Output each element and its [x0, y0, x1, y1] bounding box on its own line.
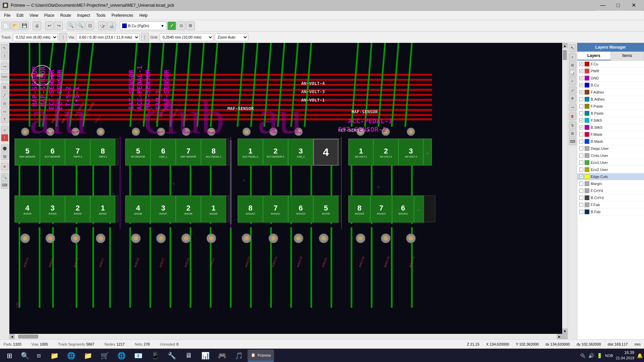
- print-button[interactable]: 🖨: [33, 21, 41, 30]
- pin-5-2[interactable]: 5 IAT-SENSOR: [125, 139, 151, 166]
- taskbar-app-files[interactable]: 📁: [80, 350, 96, 362]
- layer-checkbox-eco2-user[interactable]: [579, 168, 583, 172]
- copper-zone-tool[interactable]: ▤: [1, 153, 8, 160]
- new-file-button[interactable]: 📄: [1, 21, 10, 30]
- taskbar-app-game[interactable]: 🎮: [214, 350, 230, 362]
- pin-3-b2[interactable]: 3 AnOut7: [151, 196, 176, 223]
- taskbar-app-explorer[interactable]: 📁: [46, 350, 62, 362]
- board-statistics-button[interactable]: 📊: [569, 69, 576, 77]
- layer-item-dwgs-user[interactable]: Dwgs.User: [577, 145, 644, 152]
- flip-board-button[interactable]: ⇅: [569, 122, 576, 129]
- pin-7-b3[interactable]: 7 AnOut11: [263, 196, 288, 223]
- layer-item-eco1-user[interactable]: Eco1.User: [577, 159, 644, 166]
- layer-item-f-silks[interactable]: F.SilkS: [577, 117, 644, 124]
- layer-select[interactable]: B.Cu (PgDn) ▼: [120, 21, 167, 30]
- bottom-connector-block-2[interactable]: 4 AnOut8 3 AnOut7 2 AnOut6 1 AnOut5: [125, 195, 229, 222]
- scripting-tool[interactable]: ⌨: [1, 181, 8, 189]
- minimize-button[interactable]: —: [595, 0, 610, 11]
- layer-checkbox-f-mask[interactable]: [579, 132, 583, 136]
- pin-3-b1[interactable]: 3 AnOut3: [40, 196, 65, 223]
- scroll-thumb-v[interactable]: [563, 50, 567, 60]
- vertical-scrollbar[interactable]: ▲ ▼: [562, 43, 568, 334]
- layer-item-f-cu[interactable]: F.Cu: [577, 61, 644, 68]
- layer-checkbox-margin[interactable]: [579, 182, 583, 186]
- delete-tool[interactable]: ✕: [1, 163, 8, 170]
- pin-2-4[interactable]: 2 AN-VOLT-3: [373, 139, 398, 166]
- connector-block-2[interactable]: 5 IAT-SENSOR 6 CAM_1 7 MAF-SENSOR 8 ACC-…: [125, 138, 229, 165]
- language-indicator[interactable]: NOB: [605, 354, 613, 358]
- pin-6-1[interactable]: 6 ECT-SENSOR: [40, 139, 65, 166]
- pin-7-2[interactable]: 7 MAF-SENSOR: [176, 139, 201, 166]
- search-button[interactable]: 🔍: [18, 350, 32, 362]
- taskbar-clock[interactable]: 16:39 21.04.2019: [616, 350, 634, 361]
- taskbar-app-terminal[interactable]: 📱: [147, 350, 163, 362]
- connector-block-4[interactable]: 1 AN-VOLT-1 2 AN-VOLT-3 3 AN-VOLT-4 …: [348, 138, 432, 165]
- taskbar-app-store[interactable]: 🛒: [97, 350, 113, 362]
- pin-8-2[interactable]: 8 ACC-PEDAL-1: [201, 139, 226, 166]
- zoom-fit-button[interactable]: ⊡: [86, 21, 94, 30]
- layer-checkbox-eco1-user[interactable]: [579, 161, 583, 165]
- units-mm-button[interactable]: mm: [1, 73, 8, 80]
- layer-item-b-silks[interactable]: B.SilkS: [577, 124, 644, 131]
- notification-icon[interactable]: 🔔: [637, 353, 643, 358]
- layer-item-f-mask[interactable]: F.Mask: [577, 131, 644, 138]
- connector-block-3[interactable]: 1 ACC-PEDAL-2 2 ECT-SENSOR-2 3 CAM_2 4: [237, 138, 341, 165]
- scroll-down-button[interactable]: ▼: [562, 328, 568, 334]
- menu-edit[interactable]: Edit: [14, 12, 26, 19]
- taskbar-app-monitor[interactable]: 🖥: [180, 350, 197, 362]
- pin-1-3[interactable]: 1 ACC-PEDAL-2: [238, 139, 263, 166]
- volume-icon[interactable]: 🔊: [588, 353, 594, 358]
- hide-ratsnest-button[interactable]: ⊸: [569, 104, 576, 111]
- pin-2-3[interactable]: 2 ECT-SENSOR-2: [263, 139, 288, 166]
- pin-8-b3[interactable]: 8 AnOut12: [238, 196, 263, 223]
- menu-inspect[interactable]: Inspect: [74, 12, 93, 19]
- bottom-connector-block-4[interactable]: 8 AnOut16 7 Anout15 6 AnOut14 …: [348, 195, 435, 222]
- board-setup-button[interactable]: ⚙: [186, 21, 195, 30]
- layer-checkbox-f-silks[interactable]: [579, 118, 583, 122]
- taskbar-app-browser[interactable]: 🌐: [63, 350, 79, 362]
- horizontal-scrollbar[interactable]: ◄ ►: [9, 334, 562, 339]
- taskbar-app-analytics[interactable]: 📊: [197, 350, 213, 362]
- layer-item-f-crtyd[interactable]: F.CrtYd: [577, 187, 644, 194]
- menu-view[interactable]: View: [27, 12, 41, 19]
- layer-checkbox-pwr[interactable]: [579, 69, 583, 73]
- pcb-canvas-area[interactable]: MAP-SENSOR MAP-SENSOR ECT-SENSOR ECT-SEN…: [9, 43, 568, 339]
- menu-route[interactable]: Route: [58, 12, 74, 19]
- layer-checkbox-edge-cuts[interactable]: [579, 175, 583, 179]
- add-footprint-tool[interactable]: ⊞: [1, 83, 8, 91]
- layer-item-f-paste[interactable]: F.Paste: [577, 103, 644, 110]
- task-view-button[interactable]: ⊟: [32, 350, 46, 362]
- layer-item-cmts-user[interactable]: Cmts.User: [577, 152, 644, 159]
- delete-marker-button[interactable]: 🗑: [569, 113, 576, 120]
- layer-item-b-crtyd[interactable]: B.CrtYd: [577, 194, 644, 201]
- layer-checkbox-f-fab[interactable]: [579, 203, 583, 207]
- pin-8-1[interactable]: 8 TMPS-1: [90, 139, 115, 166]
- pin-2-b2[interactable]: 2 AnOut6: [176, 196, 201, 223]
- menu-file[interactable]: File: [1, 12, 13, 19]
- menu-place[interactable]: Place: [42, 12, 57, 19]
- redo-button[interactable]: ↪: [54, 21, 63, 30]
- measure-tool[interactable]: ⊸: [1, 63, 8, 70]
- scroll-right-button[interactable]: ►: [557, 334, 562, 339]
- layer-checkbox-b-paste[interactable]: [579, 111, 583, 115]
- layer-checkbox-b-adhes[interactable]: [579, 97, 583, 101]
- layer-checkbox-dwgs-user[interactable]: [579, 146, 583, 150]
- pin-6-2[interactable]: 6 CAM_1: [151, 139, 176, 166]
- close-button[interactable]: ✕: [626, 0, 641, 11]
- layer-checkbox-f-crtyd[interactable]: [579, 189, 583, 193]
- zoom-in-button[interactable]: 🔍: [67, 21, 75, 30]
- highlight-net-button[interactable]: ⊙: [177, 21, 185, 30]
- taskbar-app-chrome[interactable]: 🌐: [113, 350, 129, 362]
- bottom-connector-block-1[interactable]: 4 AnOut4 3 AnOut3 2 AnOut2 1 AnOut1: [14, 195, 118, 222]
- layer-active-button[interactable]: ✓: [167, 21, 176, 30]
- pin-2-b1[interactable]: 2 AnOut2: [65, 196, 90, 223]
- footprint-button[interactable]: ⊕: [569, 95, 576, 102]
- pin-6-b4[interactable]: 6 AnOut14: [392, 196, 414, 223]
- via-select[interactable]: 0,60 / 0,30 mm (23,6 / 11,8 mils): [76, 33, 140, 41]
- cursor-button[interactable]: ↖: [569, 44, 576, 52]
- pin-3-4[interactable]: 3 AN-VOLT-4: [398, 139, 423, 166]
- pin-7-b4[interactable]: 7 Anout15: [370, 196, 392, 223]
- layer-checkbox-b-mask[interactable]: [579, 139, 583, 143]
- pin-1-b1[interactable]: 1 AnOut1: [90, 196, 115, 223]
- layer-item-b-mask[interactable]: B.Mask: [577, 138, 644, 145]
